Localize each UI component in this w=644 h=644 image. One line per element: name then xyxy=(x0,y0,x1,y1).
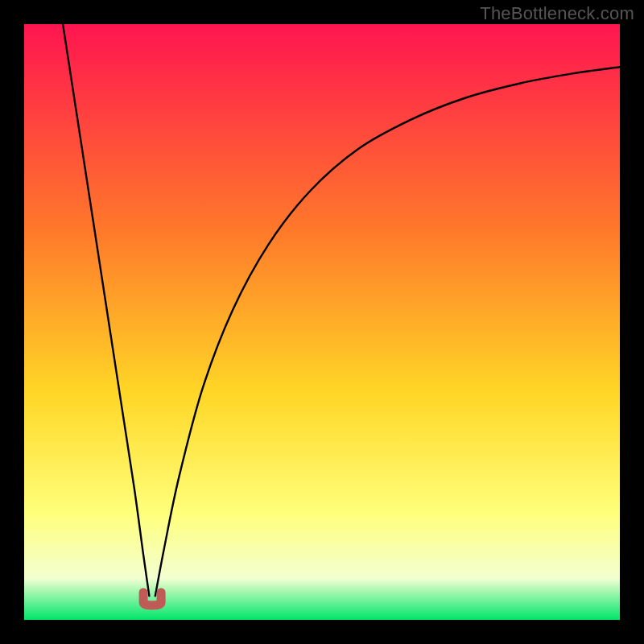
chart-frame: TheBottleneck.com xyxy=(0,0,644,644)
gradient-background xyxy=(24,24,620,620)
chart-svg xyxy=(24,24,620,620)
watermark-text: TheBottleneck.com xyxy=(480,3,634,24)
plot-area xyxy=(24,24,620,620)
